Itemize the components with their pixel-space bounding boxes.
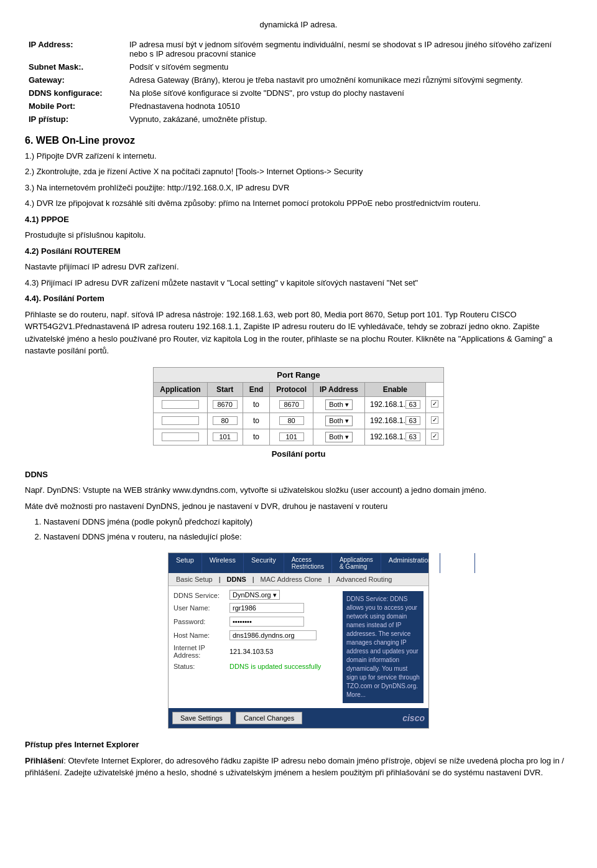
start-input-2[interactable]	[213, 432, 238, 441]
internet-explorer-text: Přihlášení: Otevřete Internet Explorer, …	[25, 755, 572, 779]
save-settings-button[interactable]: Save Settings	[172, 712, 231, 724]
ddns-username-input[interactable]	[229, 603, 304, 613]
nav-applications: Applications& Gaming	[332, 553, 381, 573]
start-input-1[interactable]	[213, 416, 238, 425]
nav-status: Status	[440, 553, 475, 573]
ddns-password-input[interactable]	[229, 617, 304, 627]
app-input-0[interactable]	[162, 400, 199, 409]
port-range-table: Application Start End Protocol IP Addres…	[153, 382, 443, 446]
port-range-caption: Posílání portu	[153, 449, 443, 459]
col-enable: Enable	[365, 382, 426, 396]
ddns-config-text: Na ploše síťové konfigurace si zvolte "D…	[127, 87, 571, 99]
col-application: Application	[154, 382, 207, 396]
gateway-text: Adresa Gateway (Brány), kterou je třeba …	[127, 74, 571, 86]
subnav-mac-address: MAC Address Clone	[256, 574, 327, 584]
mobile-port-label: Mobile Port:	[26, 100, 126, 112]
protocol-select-2[interactable]: Both ▾	[325, 432, 353, 442]
app-input-1[interactable]	[162, 416, 199, 425]
ddns-section-title: DDNS	[25, 469, 572, 481]
internet-explorer-body: Otevřete Internet Explorer, do adresovéh…	[25, 756, 564, 778]
cell-to-1: to	[243, 413, 270, 429]
cell-to-0: to	[243, 396, 270, 413]
ip-last-input-2[interactable]	[405, 432, 420, 441]
cell-protocol-1: Both ▾	[313, 413, 364, 429]
ddns-internet-ip-row: Internet IPAddress: 121.34.103.53	[174, 644, 336, 659]
step1: 1.) Připojte DVR zařízení k internetu.	[25, 150, 572, 162]
prihlaseni-label: Přihlášení	[25, 756, 63, 765]
col-end: End	[243, 382, 270, 396]
ddns-body: DDNS Service: DynDNS.org ▾ User Name: Pa…	[169, 586, 428, 708]
cell-protocol-0: Both ▾	[313, 396, 364, 413]
enable-checkbox-1[interactable]	[431, 416, 438, 424]
cell-app-0	[154, 396, 207, 413]
port-range-title: Port Range	[153, 367, 443, 382]
cell-ip-2: 192.168.1.	[365, 429, 426, 445]
cell-app-2	[154, 429, 207, 445]
end-input-2[interactable]	[279, 432, 304, 441]
section44-title: 4.4). Posílání Portem	[25, 292, 572, 305]
ip-last-input-0[interactable]	[405, 400, 420, 409]
ddns-service-label: DDNS Service:	[174, 592, 229, 599]
enable-checkbox-0[interactable]	[431, 400, 438, 408]
ddns-internet-ip-value: 121.34.103.53	[229, 648, 273, 655]
ddns-sidebar: DDNS Service: DDNS allows you to access …	[343, 591, 423, 703]
cell-start-1	[207, 413, 243, 429]
ddns-password-row: Password:	[174, 617, 336, 627]
ddns-panel: Setup Wireless Security AccessRestrictio…	[168, 553, 429, 729]
cancel-changes-button[interactable]: Cancel Changes	[236, 712, 302, 724]
page-content: dynamická IP adresa. IP Address: IP adre…	[25, 19, 572, 779]
ip-access-label: IP přístup:	[26, 113, 126, 125]
nav-wireless: Wireless	[202, 553, 244, 573]
ddns-option2: Nastavení DDNS jména v routeru, na násle…	[44, 531, 572, 543]
subnet-text: Podsíť v síťovém segmentu	[127, 61, 571, 73]
ddns-subnav: Basic Setup | DDNS | MAC Address Clone |…	[169, 573, 428, 586]
cell-end-1	[270, 413, 313, 429]
port-range-wrapper: Port Range Application Start End Protoco…	[153, 367, 443, 459]
ip-prefix-2: 192.168.1.	[370, 432, 405, 441]
subnet-label: Subnet Mask:.	[26, 61, 126, 73]
protocol-select-1[interactable]: Both ▾	[325, 416, 353, 426]
col-start: Start	[207, 382, 243, 396]
cell-enable-1	[425, 413, 443, 429]
subnav-basic-setup: Basic Setup	[171, 574, 218, 584]
cell-enable-2	[425, 429, 443, 445]
ddns-internet-ip-label: Internet IPAddress:	[174, 644, 229, 659]
step2: 2.) Zkontrolujte, zda je řízení Active X…	[25, 166, 572, 178]
section42-text: Nastavte přijímací IP adresu DVR zařízen…	[25, 261, 572, 273]
ddns-intro: Např. DynDNS: Vstupte na WEB stránky www…	[25, 484, 572, 497]
enable-checkbox-2[interactable]	[431, 432, 438, 440]
table-row: to Both ▾ 192.168.1.	[154, 396, 443, 413]
cell-ip-1: 192.168.1.	[365, 413, 426, 429]
cell-start-0	[207, 396, 243, 413]
end-input-1[interactable]	[279, 416, 304, 425]
ddns-service-row: DDNS Service: DynDNS.org ▾	[174, 591, 336, 599]
ddns-option1: Nastavení DDNS jména (podle pokynů předc…	[44, 516, 572, 528]
ddns-hostname-row: Host Name:	[174, 630, 336, 640]
definition-table: IP Address: IP adresa musí být v jednom …	[25, 37, 572, 126]
table-row: to Both ▾ 192.168.1.	[154, 429, 443, 445]
nav-administration: Administration	[381, 553, 440, 573]
section6-title: 6. WEB On-Line provoz	[25, 135, 572, 146]
ddns-status-value: DDNS is updated successfully	[229, 663, 321, 670]
ip-address-label: IP Address:	[26, 39, 126, 60]
cell-start-2	[207, 429, 243, 445]
ddns-username-row: User Name:	[174, 603, 336, 613]
ddns-hostname-label: Host Name:	[174, 632, 229, 639]
step4: 4.) DVR lze připojovat k rozsáhlé síti d…	[25, 197, 572, 210]
end-input-0[interactable]	[279, 400, 304, 409]
ip-access-text: Vypnuto, zakázané, umožněte přístup.	[127, 113, 571, 125]
cell-enable-0	[425, 396, 443, 413]
start-input-0[interactable]	[213, 400, 238, 409]
cell-to-2: to	[243, 429, 270, 445]
ip-last-input-1[interactable]	[405, 416, 420, 425]
app-input-2[interactable]	[162, 432, 199, 441]
ddns-nav: Setup Wireless Security AccessRestrictio…	[169, 553, 428, 573]
ddns-footer: Save Settings Cancel Changes cisco	[169, 708, 428, 728]
col-ip-address: IP Address	[313, 382, 364, 396]
ddns-hostname-input[interactable]	[229, 630, 317, 640]
ddns-config-label: DDNS konfigurace:	[26, 87, 126, 99]
protocol-select-0[interactable]: Both ▾	[325, 399, 353, 410]
nav-setup: Setup	[169, 553, 202, 573]
nav-access-restrictions: AccessRestrictions	[284, 553, 332, 573]
service-dropdown[interactable]: DynDNS.org ▾	[229, 590, 280, 600]
